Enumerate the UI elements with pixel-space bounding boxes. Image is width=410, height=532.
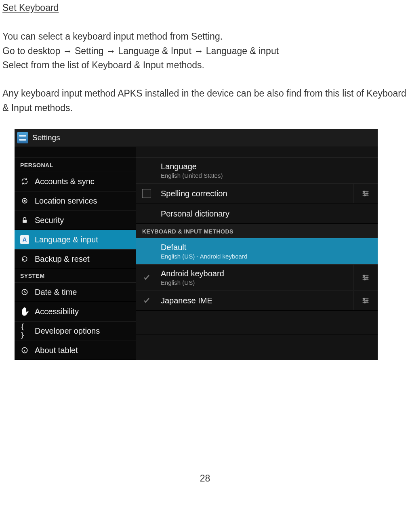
sidebar-item-language-input[interactable]: Language & input bbox=[15, 230, 136, 249]
sidebar-item-label: Backup & reset bbox=[35, 254, 90, 264]
svg-point-0 bbox=[24, 200, 26, 202]
sidebar-item-accessibility[interactable]: ✋ Accessibility bbox=[15, 302, 136, 321]
detail-row-personal-dictionary[interactable]: Personal dictionary bbox=[136, 204, 378, 224]
sidebar-item-label: Date & time bbox=[35, 288, 77, 297]
svg-rect-2 bbox=[23, 220, 27, 223]
titlebar: Settings bbox=[15, 129, 378, 147]
sidebar-item-label: Location services bbox=[35, 196, 97, 206]
detail-row-title: Android keyboard bbox=[161, 269, 353, 278]
detail-row-subtitle: English (US) - Android keyboard bbox=[161, 253, 373, 260]
sliders-icon[interactable] bbox=[353, 265, 378, 290]
sidebar-item-label: Security bbox=[35, 216, 64, 225]
sidebar-item-backup-reset[interactable]: Backup & reset bbox=[15, 249, 136, 269]
titlebar-text: Settings bbox=[32, 133, 60, 142]
detail-row-title: Spelling correction bbox=[161, 189, 353, 198]
sliders-icon[interactable] bbox=[353, 291, 378, 310]
detail-row-title: Language bbox=[161, 162, 373, 171]
detail-row-title: Default bbox=[161, 242, 373, 252]
sidebar-header-personal: PERSONAL bbox=[15, 158, 136, 172]
sidebar-item-location-services[interactable]: Location services bbox=[15, 191, 136, 210]
developer-icon: { } bbox=[20, 326, 29, 335]
checkbox-checked-icon[interactable] bbox=[142, 273, 151, 282]
detail-empty-row bbox=[136, 311, 378, 334]
detail-partial-row bbox=[136, 148, 378, 157]
detail-row-spelling-correction[interactable]: Spelling correction bbox=[136, 183, 378, 204]
detail-row-android-keyboard[interactable]: Android keyboard English (US) bbox=[136, 264, 378, 290]
checkbox-checked-icon[interactable] bbox=[142, 296, 151, 305]
lock-icon bbox=[20, 216, 29, 225]
info-icon bbox=[20, 346, 29, 355]
section-heading: Set Keyboard bbox=[2, 2, 408, 13]
language-icon bbox=[20, 235, 29, 244]
detail-section-header-keyboard: KEYBOARD & INPUT METHODS bbox=[136, 224, 378, 238]
detail-row-language[interactable]: Language English (United States) bbox=[136, 157, 378, 183]
intro-paragraph: You can select a keyboard input method f… bbox=[2, 29, 408, 73]
detail-row-subtitle: English (US) bbox=[161, 279, 353, 286]
location-icon bbox=[20, 196, 29, 205]
sidebar-partial-row bbox=[15, 149, 136, 158]
sync-icon bbox=[20, 177, 29, 186]
accessibility-icon: ✋ bbox=[20, 307, 29, 316]
settings-app-icon bbox=[17, 132, 28, 143]
detail-row-default[interactable]: Default English (US) - Android keyboard bbox=[136, 238, 378, 264]
detail-row-title: Personal dictionary bbox=[161, 209, 373, 219]
settings-sidebar: PERSONAL Accounts & sync Location servic… bbox=[15, 147, 136, 360]
page-number: 28 bbox=[2, 473, 408, 484]
checkbox-unchecked-icon[interactable] bbox=[142, 189, 151, 198]
clock-icon bbox=[20, 288, 29, 296]
detail-row-subtitle: English (United States) bbox=[161, 172, 373, 179]
detail-row-title: Japanese IME bbox=[161, 296, 353, 305]
backup-icon bbox=[20, 254, 29, 263]
note-paragraph: Any keyboard input method APKS installed… bbox=[2, 86, 408, 115]
sidebar-item-label: Developer options bbox=[35, 326, 100, 336]
sidebar-item-date-time[interactable]: Date & time bbox=[15, 282, 136, 302]
sidebar-item-label: Language & input bbox=[35, 235, 98, 244]
sidebar-item-accounts-sync[interactable]: Accounts & sync bbox=[15, 172, 136, 191]
sidebar-header-system: SYSTEM bbox=[15, 269, 136, 282]
sidebar-item-label: Accounts & sync bbox=[35, 177, 95, 186]
sidebar-item-label: Accessibility bbox=[35, 307, 79, 316]
android-settings-screenshot: Settings PERSONAL Accounts & sync Locat bbox=[15, 129, 378, 360]
detail-row-japanese-ime[interactable]: Japanese IME bbox=[136, 290, 378, 311]
sidebar-item-security[interactable]: Security bbox=[15, 210, 136, 230]
sidebar-item-label: About tablet bbox=[35, 346, 78, 355]
sliders-icon[interactable] bbox=[353, 184, 378, 203]
sidebar-item-developer-options[interactable]: { } Developer options bbox=[15, 321, 136, 341]
settings-detail-pane: Language English (United States) Spellin… bbox=[136, 147, 378, 360]
sidebar-item-about-tablet[interactable]: About tablet bbox=[15, 341, 136, 360]
